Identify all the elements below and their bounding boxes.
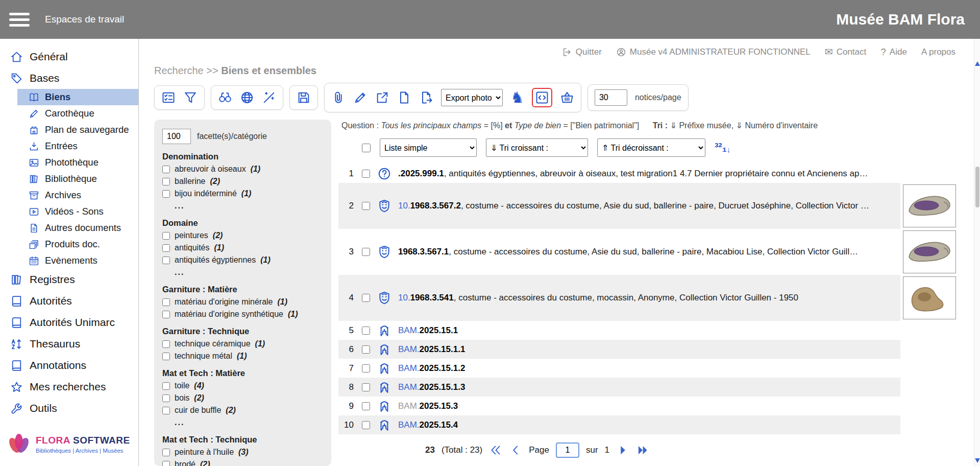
helmet-icon[interactable] [377, 323, 391, 338]
facet-checkbox[interactable] [162, 449, 170, 456]
facet-checkbox[interactable] [162, 382, 170, 390]
facet-checkbox[interactable] [162, 407, 170, 414]
document-button[interactable] [397, 90, 411, 105]
helmet-icon[interactable] [377, 399, 391, 413]
table-row[interactable]: 3 1968.3.567.1, costume - accessoires du… [338, 229, 959, 275]
page-input[interactable] [556, 442, 579, 458]
table-row[interactable]: 8 BAM.2025.15.1.3 [338, 378, 959, 397]
external-link-button[interactable] [375, 90, 389, 105]
facet-item[interactable]: abreuvoir à oiseaux(1) [162, 165, 323, 174]
facet-item[interactable]: bijou indéterminé(1) [162, 189, 323, 198]
user-account[interactable]: Musée v4 ADMINISTRATEUR FONCTIONNEL [616, 47, 811, 57]
record-thumbnail[interactable] [903, 184, 956, 227]
facet-checkbox[interactable] [162, 244, 170, 252]
row-checkbox[interactable] [362, 421, 370, 429]
sidebar-item-thesaurus[interactable]: Thesaurus [0, 333, 138, 355]
sort-ascending-select[interactable]: ⇓ Tri croissant : [486, 138, 588, 157]
heritage-shield-icon[interactable] [377, 291, 391, 305]
helmet-icon[interactable] [377, 418, 391, 432]
record-link[interactable]: BAM. [398, 401, 420, 411]
facet-checkbox[interactable] [162, 394, 170, 402]
sidebar-item-mes-recherches[interactable]: Mes recherches [0, 376, 138, 398]
facet-checkbox[interactable] [162, 190, 170, 198]
sidebar-item-plan-de-sauvegarde[interactable]: Plan de sauvegarde [0, 122, 138, 138]
row-checkbox[interactable] [362, 170, 370, 178]
table-row[interactable]: 4 10.1968.3.541, costume - accessoires d… [338, 275, 959, 321]
facet-item[interactable]: ballerine(2) [162, 177, 323, 186]
facet-more[interactable]: ... [175, 201, 323, 211]
table-row[interactable]: 5 BAM.2025.15.1 [338, 321, 959, 340]
record-link[interactable]: BAM. [398, 382, 420, 392]
table-row[interactable]: 9 BAM.2025.15.3 [338, 397, 959, 415]
facet-checkbox[interactable] [162, 340, 170, 348]
facet-item[interactable]: matériau d'origine synthétique(1) [162, 310, 323, 319]
a-propos-link[interactable]: A propos [921, 47, 955, 57]
facet-checkbox[interactable] [162, 178, 170, 185]
scrollbar[interactable] [974, 39, 980, 466]
sidebar-item-videos-sons[interactable]: Vidéos - Sons [0, 203, 138, 220]
binoculars-search-button[interactable] [218, 90, 232, 105]
sidebar-item-evenements[interactable]: Evènements [0, 252, 138, 269]
facet-item[interactable]: bois(2) [162, 393, 323, 403]
list-display-button[interactable] [161, 90, 176, 105]
facet-item[interactable]: matériau d'origine minérale(1) [162, 297, 323, 307]
table-row[interactable]: 7 BAM.2025.15.1.2 [338, 359, 959, 378]
sidebar-item-annotations[interactable]: Annotations [0, 355, 138, 376]
table-row[interactable]: 2 10.1968.3.567.2, costume - accessoires… [338, 183, 959, 229]
sidebar-item-archives[interactable]: Archives [0, 187, 138, 203]
first-page-icon[interactable] [489, 444, 502, 457]
sidebar-item-autorites[interactable]: Autorités [0, 290, 138, 312]
facet-more[interactable]: ... [175, 268, 323, 277]
sidebar-item-general[interactable]: Général [0, 46, 138, 67]
sidebar-item-autres-documents[interactable]: Autres documents [0, 220, 138, 236]
sort-descending-select[interactable]: ⇑ Tri décroissant : [597, 138, 705, 157]
scroll-thumb[interactable] [975, 167, 979, 207]
list-mode-select[interactable]: Liste simple [380, 138, 477, 157]
table-row[interactable]: 10 BAM.2025.15.4 [338, 415, 959, 434]
facet-item[interactable]: brodé(2) [162, 460, 323, 466]
select-all-checkbox[interactable] [362, 144, 371, 152]
sidebar-item-phototheque[interactable]: Photothèque [0, 154, 138, 171]
sidebar-item-biens[interactable]: Biens [17, 89, 138, 105]
row-checkbox[interactable] [362, 294, 370, 302]
heritage-shield-icon[interactable] [377, 245, 391, 259]
batch-run-button[interactable]: ♞ [510, 90, 524, 105]
facet-checkbox[interactable] [162, 166, 170, 173]
facet-checkbox[interactable] [162, 353, 170, 360]
globe-search-button[interactable] [240, 90, 254, 105]
row-checkbox[interactable] [362, 345, 370, 354]
row-checkbox[interactable] [362, 402, 370, 410]
record-link[interactable]: BAM. [398, 344, 420, 354]
sidebar-item-bibliotheque[interactable]: Bibliothèque [0, 171, 138, 187]
sidebar-item-carotheque[interactable]: Carothèque [0, 105, 138, 122]
contact-link[interactable]: ✉Contact [825, 46, 867, 58]
hamburger-menu-button[interactable] [9, 13, 30, 27]
facet-item[interactable]: technique céramique(1) [162, 339, 323, 348]
scroll-down-arrow[interactable] [975, 458, 980, 463]
next-page-icon[interactable] [616, 444, 629, 457]
document-export-button[interactable] [419, 90, 433, 105]
edit-button[interactable] [353, 90, 368, 105]
facet-checkbox[interactable] [162, 461, 170, 466]
facet-checkbox[interactable] [162, 232, 170, 240]
save-button[interactable] [297, 90, 311, 105]
facet-item[interactable]: technique métal(1) [162, 352, 323, 361]
previous-page-icon[interactable] [509, 444, 522, 457]
facet-item[interactable]: peintures(2) [162, 231, 323, 240]
export-photo-select[interactable]: Export photo [441, 89, 503, 106]
facet-checkbox[interactable] [162, 298, 170, 306]
table-row[interactable]: 1 .2025.999.1, antiquités égyptiennes, a… [338, 164, 959, 183]
record-link[interactable]: 10. [398, 201, 410, 211]
record-thumbnail[interactable] [903, 276, 956, 319]
aide-link[interactable]: ?Aide [880, 46, 907, 58]
last-page-icon[interactable] [636, 444, 649, 457]
record-link[interactable]: BAM. [398, 420, 420, 430]
row-checkbox[interactable] [362, 364, 370, 372]
filter-button[interactable] [183, 90, 198, 105]
record-thumbnail[interactable] [903, 230, 956, 273]
facet-item[interactable]: antiquités égyptiennes(1) [162, 255, 323, 265]
attachment-button[interactable] [331, 90, 346, 105]
heritage-shield-icon[interactable] [377, 199, 391, 213]
table-row[interactable]: 6 BAM.2025.15.1.1 [338, 340, 959, 359]
sidebar-item-produits-doc[interactable]: Produits doc. [0, 236, 138, 252]
